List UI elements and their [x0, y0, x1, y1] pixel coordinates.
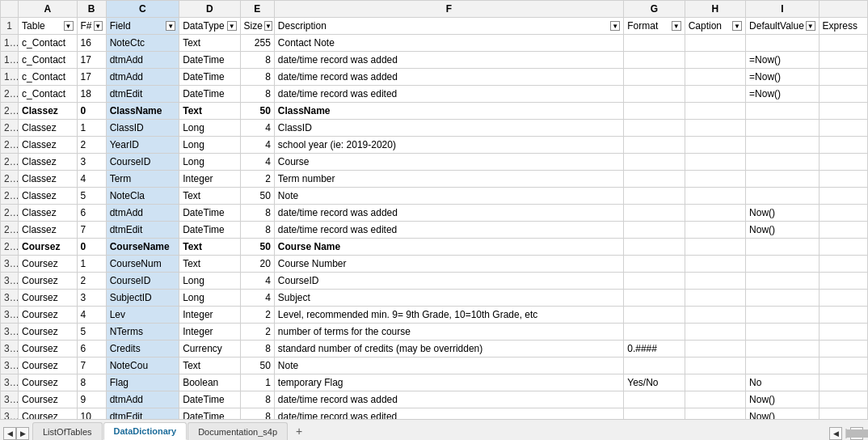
cell-express[interactable] — [819, 171, 867, 188]
cell-default[interactable]: Now() — [746, 222, 820, 239]
header-defaultvalue[interactable]: DefaultValue ▼ — [746, 18, 820, 35]
cell-field[interactable]: CourseName — [106, 239, 179, 256]
filter-caption[interactable]: ▼ — [732, 21, 742, 31]
cell-field[interactable]: Term — [106, 171, 179, 188]
header-size[interactable]: Size ▼ — [240, 18, 274, 35]
cell-express[interactable] — [819, 154, 867, 171]
cell-field[interactable]: Flag — [106, 374, 179, 391]
add-tab-button[interactable]: + — [290, 422, 308, 440]
cell-desc[interactable]: Subject — [274, 290, 623, 307]
tab-datadictionary[interactable]: DataDictionary — [103, 422, 188, 440]
cell-default[interactable] — [746, 256, 820, 273]
cell-desc[interactable]: date/time record was added — [274, 52, 623, 69]
cell-caption[interactable] — [685, 341, 745, 358]
cell-size[interactable]: 50 — [240, 188, 274, 205]
cell-desc[interactable]: date/time record was added — [274, 205, 623, 222]
cell-field[interactable]: dtmAdd — [106, 205, 179, 222]
cell-default[interactable]: =Now() — [746, 52, 820, 69]
cell-default[interactable] — [746, 273, 820, 290]
cell-datatype[interactable]: Long — [179, 290, 240, 307]
cell-default[interactable]: No — [746, 374, 820, 391]
cell-size[interactable]: 8 — [240, 86, 274, 103]
filter-defaultvalue[interactable]: ▼ — [806, 21, 815, 31]
col-header-b[interactable]: B — [77, 1, 106, 18]
cell-size[interactable]: 8 — [240, 222, 274, 239]
cell-express[interactable] — [819, 69, 867, 86]
cell-field[interactable]: Lev — [106, 307, 179, 324]
cell-default[interactable]: =Now() — [746, 69, 820, 86]
cell-desc[interactable]: Level, recommended min. 9= 9th Grade, 10… — [274, 307, 623, 324]
cell-desc[interactable]: school year (ie: 2019-2020) — [274, 137, 623, 154]
cell-caption[interactable] — [685, 52, 745, 69]
col-header-g[interactable]: G — [624, 1, 685, 18]
cell-field[interactable]: dtmAdd — [106, 69, 179, 86]
header-express[interactable]: Express — [819, 18, 867, 35]
cell-desc[interactable]: Course Name — [274, 239, 623, 256]
cell-size[interactable]: 2 — [240, 307, 274, 324]
cell-table[interactable]: Coursez — [19, 391, 77, 408]
cell-default[interactable] — [746, 239, 820, 256]
cell-caption[interactable] — [685, 69, 745, 86]
tab-next-btn[interactable]: ▶ — [16, 427, 29, 440]
cell-table[interactable]: Coursez — [19, 239, 77, 256]
tab-documentation-s4p[interactable]: Documentation_s4p — [188, 422, 288, 440]
cell-format[interactable] — [624, 239, 685, 256]
cell-default[interactable]: Now() — [746, 408, 820, 420]
cell-table[interactable]: Classez — [19, 154, 77, 171]
cell-size[interactable]: 4 — [240, 273, 274, 290]
filter-datatype[interactable]: ▼ — [227, 21, 237, 31]
cell-field[interactable]: NoteCou — [106, 358, 179, 374]
header-format[interactable]: Format ▼ — [624, 18, 685, 35]
filter-format[interactable]: ▼ — [672, 21, 681, 31]
cell-size[interactable]: 2 — [240, 171, 274, 188]
cell-format[interactable] — [624, 137, 685, 154]
cell-format[interactable] — [624, 205, 685, 222]
cell-caption[interactable] — [685, 205, 745, 222]
cell-size[interactable]: 8 — [240, 205, 274, 222]
cell-field[interactable]: dtmAdd — [106, 391, 179, 408]
filter-description[interactable]: ▼ — [610, 21, 620, 31]
cell-caption[interactable] — [685, 86, 745, 103]
cell-caption[interactable] — [685, 324, 745, 341]
cell-fnum[interactable]: 8 — [77, 374, 106, 391]
cell-format[interactable] — [624, 69, 685, 86]
cell-caption[interactable] — [685, 171, 745, 188]
cell-size[interactable]: 20 — [240, 256, 274, 273]
cell-size[interactable]: 4 — [240, 137, 274, 154]
cell-fnum[interactable]: 17 — [77, 69, 106, 86]
cell-field[interactable]: CourseID — [106, 273, 179, 290]
filter-size[interactable]: ▼ — [264, 21, 272, 31]
cell-caption[interactable] — [685, 391, 745, 408]
cell-datatype[interactable]: Long — [179, 120, 240, 137]
cell-format[interactable] — [624, 358, 685, 374]
col-header-j[interactable] — [819, 1, 867, 18]
cell-fnum[interactable]: 6 — [77, 341, 106, 358]
cell-table[interactable]: Classez — [19, 103, 77, 120]
tab-listoftables[interactable]: ListOfTables — [32, 422, 103, 440]
cell-field[interactable]: ClassID — [106, 120, 179, 137]
cell-format[interactable] — [624, 103, 685, 120]
scroll-left-btn[interactable]: ◀ — [829, 427, 842, 440]
cell-caption[interactable] — [685, 374, 745, 391]
cell-size[interactable]: 2 — [240, 324, 274, 341]
cell-format[interactable] — [624, 256, 685, 273]
cell-field[interactable]: YearID — [106, 137, 179, 154]
cell-express[interactable] — [819, 408, 867, 420]
cell-table[interactable]: c_Contact — [19, 35, 77, 52]
cell-datatype[interactable]: DateTime — [179, 69, 240, 86]
cell-table[interactable]: Coursez — [19, 273, 77, 290]
cell-field[interactable]: SubjectID — [106, 290, 179, 307]
header-table[interactable]: Table ▼ — [19, 18, 77, 35]
cell-fnum[interactable]: 10 — [77, 408, 106, 420]
cell-datatype[interactable]: Text — [179, 256, 240, 273]
cell-table[interactable]: Classez — [19, 205, 77, 222]
header-datatype[interactable]: DataType ▼ — [179, 18, 240, 35]
cell-format[interactable] — [624, 222, 685, 239]
cell-express[interactable] — [819, 86, 867, 103]
cell-datatype[interactable]: Integer — [179, 324, 240, 341]
cell-caption[interactable] — [685, 222, 745, 239]
horizontal-scrollbar[interactable] — [845, 429, 847, 438]
cell-size[interactable]: 50 — [240, 239, 274, 256]
cell-datatype[interactable]: Long — [179, 154, 240, 171]
cell-express[interactable] — [819, 256, 867, 273]
